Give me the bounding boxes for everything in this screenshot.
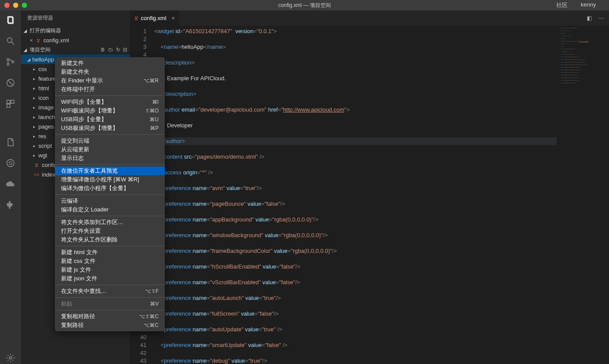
ctx-将文件夹从工作区删除[interactable]: 将文件夹从工作区删除 — [55, 235, 165, 244]
ctx-将文件夹添加到工作区…[interactable]: 将文件夹添加到工作区… — [55, 218, 165, 227]
ctx-item-label: 将文件夹从工作区删除 — [61, 236, 118, 244]
html-icon: <> — [33, 172, 40, 177]
svg-rect-10 — [7, 104, 10, 107]
puzzle-icon[interactable] — [4, 199, 17, 211]
ctx-在微信开发者工具预览[interactable]: 在微信开发者工具预览 — [55, 167, 165, 175]
ctx-云编译[interactable]: 云编译 — [55, 197, 165, 205]
separator — [55, 134, 165, 135]
chevron-right-icon: ▸ — [33, 143, 38, 148]
ctx-新建 css 文件[interactable]: 新建 css 文件 — [55, 257, 165, 265]
ctx-新建文件[interactable]: 新建文件 — [55, 59, 165, 68]
ctx-新建 html 文件[interactable]: 新建 html 文件 — [55, 248, 165, 257]
ctx-复制相对路径[interactable]: 复制相对路径⌥⇧⌘C — [55, 312, 165, 321]
minimize-window-icon[interactable] — [13, 3, 18, 8]
context-menu: 新建文件新建文件夹在 Finder 中显示⌥⌘R在终端中打开WIFI同步【全量】… — [55, 57, 165, 331]
explorer-icon[interactable] — [4, 14, 17, 26]
svg-point-2 — [7, 38, 12, 43]
collapse-icon[interactable]: ⊟ — [123, 47, 127, 53]
folder-label: res — [38, 133, 46, 139]
ctx-在文件夹中查找…[interactable]: 在文件夹中查找…⌥⇧F — [55, 287, 165, 296]
separator — [55, 297, 165, 298]
ctx-item-label: 增量编译微信小程序 [⌘W ⌘R] — [61, 176, 139, 184]
keyboard-shortcut: ⇧⌘O — [145, 108, 159, 114]
ctx-item-label: 复制路径 — [61, 321, 84, 329]
ctx-新建 json 文件[interactable]: 新建 json 文件 — [55, 274, 165, 283]
separator — [55, 194, 165, 195]
new-folder-icon[interactable]: 🗀 — [108, 47, 113, 53]
ctx-item-label: USB同步【全量】 — [61, 116, 107, 123]
open-editors-section[interactable]: ◢打开的编辑器 — [21, 26, 130, 35]
more-icon[interactable]: ⋯ — [598, 15, 604, 21]
debug-icon[interactable] — [4, 77, 17, 89]
svg-rect-8 — [7, 100, 10, 103]
ctx-打开文件夹设置[interactable]: 打开文件夹设置 — [55, 227, 165, 235]
close-window-icon[interactable] — [4, 3, 10, 8]
open-editor-file[interactable]: ⧖ config.xml — [21, 35, 130, 45]
code-content[interactable]: <widget id="A6150214277847" version="0.0… — [154, 26, 557, 364]
chevron-right-icon: ▸ — [33, 124, 38, 129]
ctx-新建文件夹[interactable]: 新建文件夹 — [55, 68, 165, 76]
folder-label: html — [38, 85, 49, 92]
community-link[interactable]: 社区 — [556, 1, 568, 9]
search-icon[interactable] — [4, 35, 17, 47]
svg-rect-9 — [11, 100, 14, 103]
ctx-粘贴: 粘贴⌘V — [55, 299, 165, 308]
folder-label: wgt — [38, 152, 47, 159]
chevron-right-icon: ▸ — [33, 86, 38, 91]
settings-gear-icon[interactable] — [4, 352, 17, 364]
extensions-icon[interactable] — [4, 98, 17, 110]
ctx-item-label: 在 Finder 中显示 — [61, 77, 103, 85]
ctx-item-label: WIFI极速同步【增量】 — [61, 107, 118, 115]
minimap[interactable]: <widget id="A6150214277847" version="0.0… — [557, 26, 609, 364]
maximize-window-icon[interactable] — [22, 3, 27, 8]
svg-line-3 — [12, 42, 14, 45]
folder-label: script — [38, 143, 52, 149]
ctx-item-label: WIFI同步【全量】 — [61, 98, 107, 106]
folder-label: css — [38, 66, 47, 72]
ctx-item-label: USB极速同步【增量】 — [61, 124, 118, 132]
new-file-icon[interactable]: 🗎 — [100, 47, 105, 53]
ctx-在终端中打开[interactable]: 在终端中打开 — [55, 85, 165, 94]
root-folder-label: helloApp — [32, 56, 54, 63]
svg-point-12 — [9, 357, 12, 359]
code-editor[interactable]: 1234567891011121314151617181920212223242… — [130, 26, 609, 364]
separator — [55, 164, 165, 165]
ctx-增量编译微信小程序 [⌘W ⌘R][interactable]: 增量编译微信小程序 [⌘W ⌘R] — [55, 175, 165, 184]
workspace-section[interactable]: ◢项目空间 🗎 🗀 ↻ ⊟ — [21, 45, 130, 54]
split-editor-icon[interactable]: ◧ — [587, 15, 592, 21]
ctx-item-label: 提交到云端 — [61, 137, 89, 145]
folder-label: image — [38, 104, 54, 111]
separator — [55, 246, 165, 246]
ctx-提交到云端[interactable]: 提交到云端 — [55, 136, 165, 145]
ctx-item-label: 在终端中打开 — [61, 85, 95, 93]
file-icon[interactable] — [4, 136, 17, 148]
ctx-item-label: 云编译 — [61, 197, 78, 205]
ctx-编译为微信小程序【全量】[interactable]: 编译为微信小程序【全量】 — [55, 184, 165, 193]
ctx-编译自定义 Loader[interactable]: 编译自定义 Loader — [55, 205, 165, 214]
cloud-icon[interactable] — [4, 178, 17, 190]
ctx-新建 js 文件[interactable]: 新建 js 文件 — [55, 265, 165, 274]
ctx-USB极速同步【增量】[interactable]: USB极速同步【增量】⌘P — [55, 124, 165, 133]
sync-icon[interactable] — [4, 157, 17, 169]
ctx-item-label: 新建 js 文件 — [61, 266, 91, 274]
ctx-item-label: 在文件夹中查找… — [61, 287, 106, 295]
user-name[interactable]: kenny — [581, 1, 596, 9]
ctx-复制路径[interactable]: 复制路径⌥⌘C — [55, 321, 165, 330]
sidebar-title: 资源管理器 — [21, 10, 130, 26]
ctx-USB同步【全量】[interactable]: USB同步【全量】⌘U — [55, 115, 165, 124]
ctx-显示日志[interactable]: 显示日志 — [55, 154, 165, 163]
ctx-WIFI极速同步【增量】[interactable]: WIFI极速同步【增量】⇧⌘O — [55, 106, 165, 115]
ctx-item-label: 从云端更新 — [61, 146, 89, 153]
keyboard-shortcut: ⌥⌘R — [143, 78, 159, 84]
ctx-从云端更新[interactable]: 从云端更新 — [55, 145, 165, 154]
ctx-item-label: 新建文件夹 — [61, 68, 89, 76]
ctx-WIFI同步【全量】[interactable]: WIFI同步【全量】⌘I — [55, 98, 165, 106]
ctx-在 Finder 中显示[interactable]: 在 Finder 中显示⌥⌘R — [55, 76, 165, 85]
refresh-icon[interactable]: ↻ — [116, 47, 120, 53]
source-control-icon[interactable] — [4, 56, 17, 68]
svg-point-4 — [7, 58, 9, 61]
tab-config-xml[interactable]: ⧖ config.xml × — [130, 10, 180, 26]
window-controls — [0, 3, 27, 8]
chevron-right-icon: ▸ — [33, 105, 38, 110]
close-tab-icon[interactable]: × — [172, 15, 175, 21]
